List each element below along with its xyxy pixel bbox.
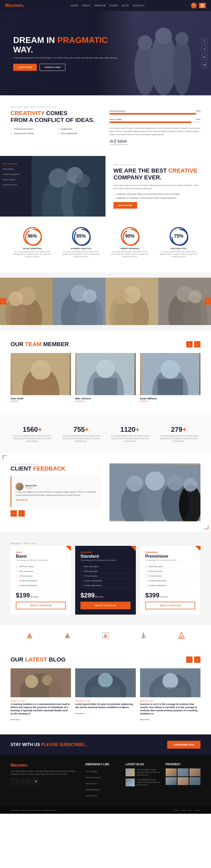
emergency-link-3[interactable]: SEO Service — [85, 782, 97, 785]
facebook-icon[interactable]: f — [202, 38, 207, 44]
footer-blog-img-1 — [126, 768, 135, 776]
blog-navigation: ‹ › — [186, 656, 201, 663]
nav-service[interactable]: Service — [95, 4, 106, 7]
blog-header: OUR LATEST BLOG ‹ › — [10, 656, 201, 663]
twitter-icon[interactable]: 𝕏 — [202, 46, 207, 52]
stats-section: 96% SOCIAL MARKETING It is a long establ… — [0, 217, 211, 272]
blog-read-more-1[interactable]: Read More — [10, 719, 20, 720]
svg-point-10 — [49, 168, 68, 188]
emergency-link-4[interactable]: Digital Marketing — [85, 788, 100, 791]
feature-li: ✓6 Free domains — [145, 574, 195, 579]
contact-now-button[interactable]: CONTACT NOW — [39, 64, 65, 71]
menu-button[interactable] — [199, 3, 206, 8]
svg-point-79 — [98, 673, 113, 688]
stat-circle-2: 85% — [72, 227, 90, 246]
search-button[interactable]: 🔍 — [191, 3, 197, 8]
footer-bottom-privacy[interactable]: Privacy — [194, 809, 201, 811]
footer-blog: Latest Blog The packaging for blog featu… — [126, 763, 160, 799]
feature-li: ✓60Gb disk space — [80, 564, 130, 569]
feedback-left: CLIENT TESTIMONIAL CLIENT FEEDBACK Marti… — [10, 463, 102, 521]
stat-circle-3: 90% — [121, 227, 139, 246]
blog-next-button[interactable]: › — [194, 656, 201, 663]
feature-li: ✓2 Free domains — [16, 574, 66, 579]
feedback-prev-button[interactable]: ‹ — [10, 510, 17, 517]
emergency-link-1[interactable]: UI/UX Design — [85, 770, 97, 773]
sidebar-data-management[interactable]: Data Management — [3, 161, 29, 166]
feature-li: ✓90Gb disk space — [145, 564, 195, 569]
pricing-btn-basic[interactable]: SELECT YOUR PLAN — [16, 602, 66, 609]
pricing-corner-premium — [195, 546, 201, 551]
svg-point-59 — [145, 471, 165, 491]
footer-emergency-links: UI/UX Design App Development SEO Service… — [85, 768, 120, 797]
about-left: CREATIVITY COMES FROM A CONFLICT OF IDEA… — [10, 110, 102, 146]
feature-li: ✓Content optimization — [145, 583, 195, 588]
blog-card-1: January 20, 2023 A meeting invitation is… — [10, 668, 71, 724]
footer-twitter-icon[interactable]: 𝕏 — [18, 778, 24, 784]
sidebar-web-analytics[interactable]: Web Analytics — [3, 166, 29, 172]
svg-rect-52 — [157, 379, 183, 395]
pricing-btn-standard[interactable]: SELECT YOUR PLAN — [80, 602, 130, 609]
partners-grid — [10, 631, 201, 639]
team-prev-button[interactable]: ‹ — [186, 341, 192, 347]
stat-business-analytics: 85% BUSINESS ANALYTICS It is a long esta… — [59, 227, 103, 258]
team-next-button[interactable]: › — [194, 341, 201, 347]
emergency-link-5[interactable]: Social Media — [85, 795, 97, 797]
footer-linkedin-icon[interactable]: in — [25, 778, 31, 784]
feature-li: ✓Content optimization — [16, 583, 66, 588]
gallery-prev-button[interactable]: ‹ — [0, 298, 6, 305]
blog-read-more-2[interactable]: Read More — [75, 713, 85, 714]
footer-bottom-home[interactable]: Home — [174, 809, 179, 811]
blog-image-3 — [140, 668, 201, 697]
creative-tag: WHY CHOOSE US — [113, 164, 203, 166]
sidebar-human-resource[interactable]: Human Resource — [3, 182, 29, 188]
svg-rect-80 — [91, 687, 120, 697]
svg-rect-48 — [94, 378, 117, 395]
sidebar-market-analytics[interactable]: Market Analytics — [3, 177, 29, 182]
linkedin-icon[interactable]: in — [202, 54, 207, 60]
svg-point-14 — [26, 229, 42, 245]
footer-bottom-faq[interactable]: FAQ — [188, 809, 192, 811]
check-icon: ✓ — [10, 127, 13, 130]
about-title: CREATIVITY COMES FROM A CONFLICT OF IDEA… — [10, 110, 102, 124]
instagram-icon[interactable]: 📷 — [202, 62, 207, 68]
nav-about[interactable]: About — [82, 4, 91, 7]
stat-social-marketing: 96% SOCIAL MARKETING It is a long establ… — [10, 227, 54, 258]
blog-prev-button[interactable]: ‹ — [186, 656, 192, 663]
svg-point-74 — [25, 675, 38, 688]
feedback-next-button[interactable]: › — [19, 510, 25, 517]
footer-brand: Maxmet● Lorem ipsum dolor sit amet, cons… — [10, 763, 80, 799]
pricing-btn-premium[interactable]: SELECT YOUR PLAN — [145, 602, 195, 609]
footer-instagram-icon[interactable]: 📷 — [33, 778, 38, 784]
partner-logo-5 — [178, 631, 185, 639]
creative-title: WE ARE THE BEST CREATIVE COMPANY EVER. — [113, 167, 203, 181]
nav-blog[interactable]: Blog — [122, 4, 129, 7]
pricing-corner-standard — [131, 546, 136, 551]
svg-point-58 — [127, 475, 143, 492]
footer-facebook-icon[interactable]: f — [10, 778, 16, 784]
signature: Arif Adam Chief Executive Officer — [109, 139, 201, 146]
subscribe-button[interactable]: SUBSCRIBE NOW — [167, 741, 201, 749]
svg-point-83 — [162, 673, 178, 689]
blog-read-more-3[interactable]: Read More — [140, 719, 150, 720]
partner-logo-3 — [102, 631, 109, 639]
nav-home[interactable]: Home — [71, 4, 78, 7]
gallery-next-button[interactable]: › — [205, 298, 211, 305]
creative-learn-more-button[interactable]: LEARN MORE — [113, 202, 137, 209]
feedback-grid: CLIENT TESTIMONIAL CLIENT FEEDBACK Marti… — [10, 463, 201, 521]
partner-logo-2 — [63, 631, 72, 639]
nav-contact[interactable]: Contact — [133, 4, 145, 7]
svg-point-61 — [184, 478, 197, 492]
sidebar-product-management[interactable]: Product Management — [3, 172, 29, 177]
about-section: WHO WE ARE AND WHAT WE DO CREATIVITY COM… — [0, 95, 211, 156]
learn-more-button[interactable]: LEARN MORE — [13, 64, 37, 71]
feedback-title: CLIENT FEEDBACK — [10, 465, 102, 472]
blog-card-3: March 10, 2023 Success is not it is the … — [140, 668, 201, 724]
number-value-3: 1120+ — [108, 426, 152, 434]
nav-pages[interactable]: Pages — [109, 4, 118, 7]
footer-bottom-blog[interactable]: Blog — [182, 809, 185, 811]
progress-fill-2 — [109, 121, 191, 123]
emergency-link-2[interactable]: App Development — [85, 776, 101, 779]
svg-rect-84 — [154, 687, 186, 697]
hero-buttons: LEARN MORE CONTACT NOW — [13, 64, 117, 71]
creative-checks: ⬩ Creativity is doing what others are no… — [113, 193, 203, 199]
